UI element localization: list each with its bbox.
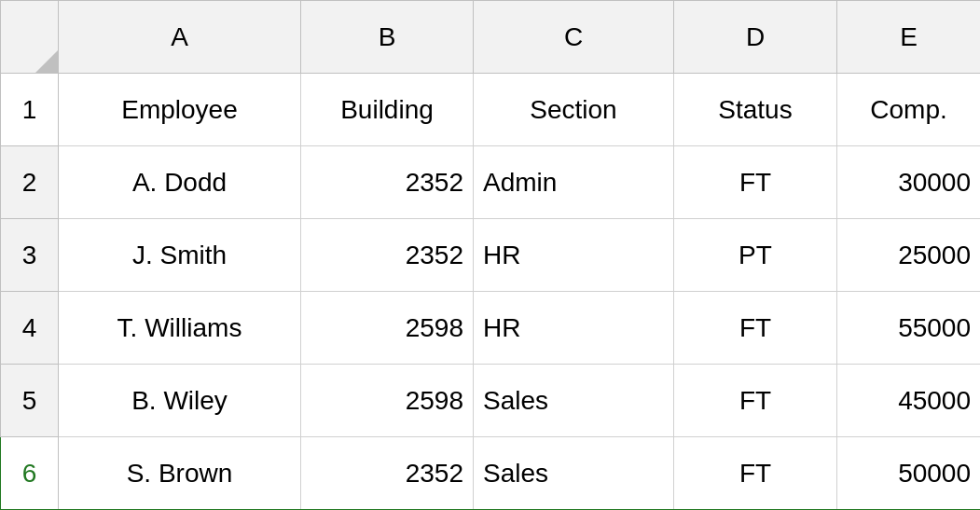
cell-1c[interactable]: Section — [474, 74, 674, 146]
cell-5d[interactable]: FT — [674, 365, 837, 437]
cell-6a[interactable]: S. Brown — [59, 437, 301, 510]
row-6: 6 S. Brown 2352 Sales FT 50000 — [1, 437, 981, 510]
cell-6d[interactable]: FT — [674, 437, 837, 510]
cell-2e[interactable]: 30000 — [837, 146, 981, 219]
cell-3e[interactable]: 25000 — [837, 219, 981, 292]
spreadsheet: A B C D E 1 Employee Building Section St… — [0, 0, 980, 510]
cell-4d[interactable]: FT — [674, 292, 837, 365]
cell-6e[interactable]: 50000 — [837, 437, 981, 510]
row-4: 4 T. Williams 2598 HR FT 55000 — [1, 292, 981, 365]
cell-4a[interactable]: T. Williams — [59, 292, 301, 365]
cell-4b[interactable]: 2598 — [301, 292, 474, 365]
cell-2a[interactable]: A. Dodd — [59, 146, 301, 219]
cell-3b[interactable]: 2352 — [301, 219, 474, 292]
cell-2d[interactable]: FT — [674, 146, 837, 219]
cell-5e[interactable]: 45000 — [837, 365, 981, 437]
cell-5b[interactable]: 2598 — [301, 365, 474, 437]
row-5: 5 B. Wiley 2598 Sales FT 45000 — [1, 365, 981, 437]
cell-3a[interactable]: J. Smith — [59, 219, 301, 292]
cell-1b[interactable]: Building — [301, 74, 474, 146]
col-header-e[interactable]: E — [837, 1, 981, 74]
row-num-6: 6 — [1, 437, 59, 510]
cell-2b[interactable]: 2352 — [301, 146, 474, 219]
cell-4c[interactable]: HR — [474, 292, 674, 365]
col-header-a[interactable]: A — [59, 1, 301, 74]
corner-cell — [1, 1, 59, 74]
row-num-2: 2 — [1, 146, 59, 219]
cell-2c[interactable]: Admin — [474, 146, 674, 219]
cell-6c[interactable]: Sales — [474, 437, 674, 510]
col-header-d[interactable]: D — [674, 1, 837, 74]
cell-1e[interactable]: Comp. — [837, 74, 981, 146]
row-2: 2 A. Dodd 2352 Admin FT 30000 — [1, 146, 981, 219]
cell-1d[interactable]: Status — [674, 74, 837, 146]
cell-4e[interactable]: 55000 — [837, 292, 981, 365]
col-header-c[interactable]: C — [474, 1, 674, 74]
column-header-row: A B C D E — [1, 1, 981, 74]
row-num-1: 1 — [1, 74, 59, 146]
cell-6b[interactable]: 2352 — [301, 437, 474, 510]
spreadsheet-table: A B C D E 1 Employee Building Section St… — [0, 0, 980, 510]
row-1: 1 Employee Building Section Status Comp. — [1, 74, 981, 146]
row-num-3: 3 — [1, 219, 59, 292]
cell-3d[interactable]: PT — [674, 219, 837, 292]
row-num-4: 4 — [1, 292, 59, 365]
col-header-b[interactable]: B — [301, 1, 474, 74]
cell-5a[interactable]: B. Wiley — [59, 365, 301, 437]
cell-1a[interactable]: Employee — [59, 74, 301, 146]
cell-5c[interactable]: Sales — [474, 365, 674, 437]
cell-3c[interactable]: HR — [474, 219, 674, 292]
row-num-5: 5 — [1, 365, 59, 437]
row-3: 3 J. Smith 2352 HR PT 25000 — [1, 219, 981, 292]
